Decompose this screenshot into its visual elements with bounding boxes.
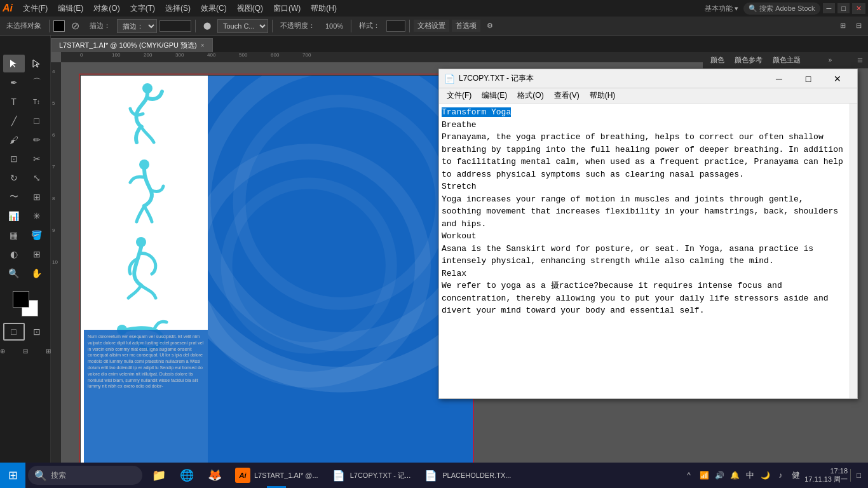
symbol-tool[interactable]: ✳ xyxy=(26,207,48,225)
notepad-menu-help[interactable]: 帮助(H) xyxy=(585,89,621,102)
top-right-controls: 基本功能 ▾ 🔍 搜索 Adobe Stock ─ □ ✕ xyxy=(705,3,865,15)
notepad-menu-view[interactable]: 查看(V) xyxy=(549,89,585,102)
doc-settings-btn[interactable]: 文档设置 xyxy=(414,20,449,32)
free-transform-tool[interactable]: ⊞ xyxy=(26,188,48,206)
style-label: 样式： xyxy=(355,20,384,32)
menu-file[interactable]: 文件(F) xyxy=(18,2,53,15)
type-tool-2[interactable]: T↕ xyxy=(26,93,48,111)
menu-help[interactable]: 帮助(H) xyxy=(306,2,342,15)
clock-time: 17:18 xyxy=(804,467,848,475)
tool-group-column: ▦ 🪣 xyxy=(3,226,48,244)
taskbar-notepad2[interactable]: 📄 PLACEHOLDER.TX... xyxy=(417,463,517,488)
doc-tab-close[interactable]: × xyxy=(201,42,205,49)
menu-select[interactable]: 选择(S) xyxy=(160,2,196,15)
panel-expand-btn[interactable]: » xyxy=(826,55,835,65)
arrange-icon-2[interactable]: ⊟ xyxy=(852,20,865,31)
taskbar-file-explorer[interactable]: 📁 xyxy=(145,463,173,488)
notepad-menu-edit[interactable]: 编辑(E) xyxy=(477,89,512,102)
shape-tool[interactable]: □ xyxy=(26,112,48,130)
zoom-tool[interactable]: 🔍 xyxy=(3,264,25,282)
notepad-titlebar: 📄 L7COPY.TXT - 记事本 ─ □ ✕ xyxy=(439,69,857,88)
hand-tool[interactable]: ✋ xyxy=(26,264,48,282)
eraser-tool[interactable]: ⊡ xyxy=(3,150,25,168)
taskbar-notepad1[interactable]: 📄 L7COPY.TXT - 记... xyxy=(325,463,417,488)
search-adobe-stock[interactable]: 🔍 搜索 Adobe Stock xyxy=(743,3,820,15)
foreground-color-swatch[interactable] xyxy=(13,291,29,308)
notepad-text-content[interactable]: Transform Yoga Breathe Pranayama, the yo… xyxy=(439,104,850,398)
fill-color-swatch[interactable] xyxy=(53,20,65,32)
panel-menu-btn[interactable]: ☰ xyxy=(855,55,865,65)
top-menubar: Ai 文件(F) 编辑(E) 对象(O) 文字(T) 选择(S) 效果(C) 视… xyxy=(0,0,868,17)
start-icon: ⊞ xyxy=(8,468,18,482)
win-close-btn[interactable]: ✕ xyxy=(852,3,865,14)
pen-tool[interactable]: ✒ xyxy=(3,74,25,92)
direct-selection-tool[interactable] xyxy=(26,55,48,72)
rotate-tool[interactable]: ↻ xyxy=(3,169,25,187)
menu-edit[interactable]: 编辑(E) xyxy=(53,2,88,15)
start-button[interactable]: ⊞ xyxy=(0,463,25,488)
tray-volume[interactable]: 🔊 xyxy=(713,469,726,482)
notepad-scrollbar[interactable] xyxy=(850,104,857,398)
svg-point-8 xyxy=(227,183,391,348)
curvature-tool[interactable]: ⌒ xyxy=(26,74,48,92)
tray-arrow[interactable]: ^ xyxy=(682,469,695,482)
tray-health[interactable]: ♪ xyxy=(774,469,787,482)
show-desktop-btn[interactable]: □ xyxy=(850,469,863,482)
fill-mode[interactable]: □ xyxy=(3,323,25,341)
tray-notification[interactable]: 🔔 xyxy=(728,469,741,482)
win-minimize-btn[interactable]: ─ xyxy=(823,3,836,13)
tool-group-mode: □ ⊡ xyxy=(3,323,48,341)
tray-network[interactable]: 📶 xyxy=(698,469,710,482)
artboard-text-box[interactable]: Num doloreetum ver esequam ver suscipist… xyxy=(84,330,208,468)
notepad-menu-file[interactable]: 文件(F) xyxy=(442,89,477,102)
warp-tool[interactable]: 〜 xyxy=(3,188,25,206)
taskbar-firefox[interactable]: 🦊 xyxy=(201,463,229,488)
selection-tool[interactable] xyxy=(3,55,25,72)
type-tool[interactable]: T xyxy=(3,93,25,111)
scale-tool[interactable]: ⤡ xyxy=(26,169,48,187)
vruler-mark-3: 7 xyxy=(52,164,55,170)
taskbar-illustrator[interactable]: Ai L7START_1.AI* @... xyxy=(229,463,325,488)
panel-tab-color-ref[interactable]: 颜色参考 xyxy=(729,53,768,67)
tool-group-eraser: ⊡ ✂ xyxy=(3,150,48,168)
taskbar-search[interactable]: 🔍 搜索 xyxy=(28,466,142,485)
pencil-tool[interactable]: ✏ xyxy=(26,131,48,149)
ruler-mark-1: 100 xyxy=(112,52,120,58)
tray-moon[interactable]: 🌙 xyxy=(759,469,771,482)
menu-view[interactable]: 视图(Q) xyxy=(232,2,268,15)
graph-tool[interactable]: 📊 xyxy=(3,207,25,225)
line-tool[interactable]: ╱ xyxy=(3,112,25,130)
doc-tab-main[interactable]: L7START_1.AI* @ 100% (CMYK/GPU 预选) × xyxy=(51,38,213,52)
menu-text[interactable]: 文字(T) xyxy=(125,2,160,15)
notepad-maximize-btn[interactable]: □ xyxy=(794,69,823,88)
paint-tool[interactable]: 🖌 xyxy=(3,131,25,149)
menu-effect[interactable]: 效果(C) xyxy=(196,2,232,15)
taskbar-clock[interactable]: 17:18 17.11.13 周一 xyxy=(804,467,848,484)
tray-ime[interactable]: 中 xyxy=(743,469,756,482)
menu-object[interactable]: 对象(O) xyxy=(88,2,125,15)
mesh-tool[interactable]: ⊞ xyxy=(26,245,48,263)
arrange-icon[interactable]: ⊞ xyxy=(836,20,850,31)
column-tool[interactable]: ▦ xyxy=(3,226,25,244)
taskbar-edge[interactable]: 🌐 xyxy=(173,463,201,488)
notepad2-icon: 📄 xyxy=(423,468,438,483)
paint-bucket-tool[interactable]: 🪣 xyxy=(26,226,48,244)
screen-mode-2[interactable]: ⊟ xyxy=(15,342,36,360)
gradient-tool[interactable]: ◐ xyxy=(3,245,25,263)
toolbar-icon-1[interactable]: ⚙ xyxy=(483,20,497,31)
notepad-menu-format[interactable]: 格式(O) xyxy=(512,89,548,102)
win-maximize-btn[interactable]: □ xyxy=(837,3,850,13)
tray-antivirus[interactable]: 健 xyxy=(789,469,802,482)
notepad-minimize-btn[interactable]: ─ xyxy=(764,69,794,88)
touch-select[interactable]: Touch C... xyxy=(217,19,268,33)
stroke-mode[interactable]: ⊡ xyxy=(26,323,48,341)
panel-tab-color-theme[interactable]: 颜色主题 xyxy=(768,53,806,67)
notepad-close-btn[interactable]: ✕ xyxy=(823,69,852,88)
screen-mode[interactable]: ⊕ xyxy=(0,342,13,360)
stroke-select[interactable]: 描边： xyxy=(117,19,157,33)
panel-tab-color[interactable]: 颜色 xyxy=(705,53,729,67)
preferences-btn[interactable]: 首选项 xyxy=(452,20,480,32)
vruler-mark-6: 10 xyxy=(52,259,58,265)
menu-window[interactable]: 窗口(W) xyxy=(268,2,306,15)
scissors-tool[interactable]: ✂ xyxy=(26,150,48,168)
